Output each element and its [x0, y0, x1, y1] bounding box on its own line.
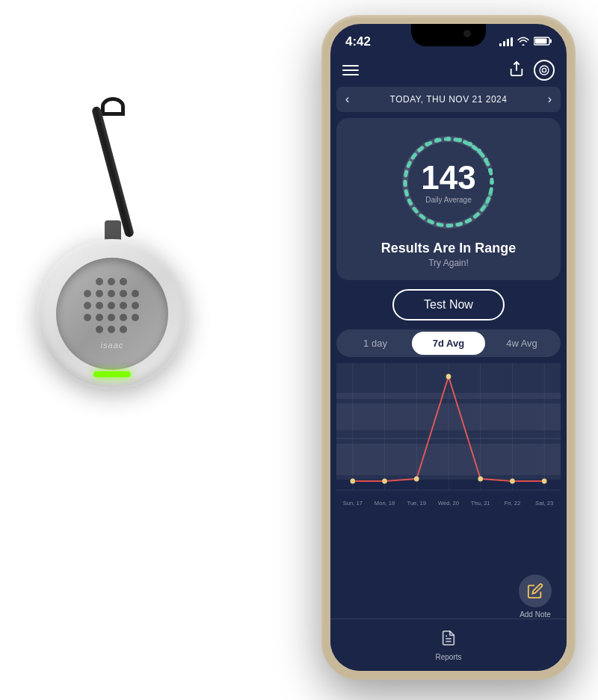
svg-point-31: [435, 138, 440, 143]
reports-icon: [440, 630, 457, 650]
device-inner: isaac: [56, 258, 168, 370]
gauge-container: 143 Daily Average: [396, 130, 501, 235]
tab-7d-avg[interactable]: 7d Avg: [412, 332, 485, 355]
isaac-device: isaac: [22, 164, 202, 463]
dots-pattern: [84, 278, 141, 335]
svg-point-17: [477, 211, 481, 216]
chart-area: Sun, 17 Mon, 18 Tue, 19 Wed, 20 Thu, 21 …: [336, 363, 561, 512]
add-note-label: Add Note: [520, 610, 551, 619]
svg-point-21: [435, 223, 440, 227]
svg-text:Fri, 22: Fri, 22: [505, 500, 521, 507]
result-subtitle: Try Again!: [428, 258, 469, 268]
svg-point-18: [468, 218, 472, 223]
date-next-button[interactable]: ›: [548, 93, 552, 106]
device-green-light: [93, 371, 131, 377]
menu-button[interactable]: [342, 65, 359, 75]
strap-loop: [101, 97, 125, 116]
result-title: Results Are In Range: [381, 241, 516, 256]
header-right-icons: [508, 60, 555, 81]
svg-point-29: [416, 149, 420, 153]
svg-point-19: [457, 223, 462, 227]
svg-point-5: [542, 68, 546, 72]
svg-point-14: [490, 180, 494, 185]
add-note-button[interactable]: Add Note: [519, 574, 552, 619]
svg-point-30: [425, 142, 429, 146]
gauge-daily-label: Daily Average: [421, 196, 475, 204]
tab-4w-avg[interactable]: 4w Avg: [485, 332, 558, 355]
svg-text:Thu, 21: Thu, 21: [471, 500, 490, 507]
wifi-icon: [517, 37, 529, 48]
svg-point-9: [457, 138, 462, 143]
svg-point-15: [488, 192, 493, 196]
date-display: TODAY, THU NOV 21 2024: [390, 94, 508, 105]
hamburger-line-2: [342, 69, 359, 71]
hamburger-line-1: [342, 65, 359, 66]
status-icons: [499, 37, 552, 48]
nav-reports-label: Reports: [435, 653, 461, 661]
svg-point-4: [540, 66, 549, 75]
svg-point-22: [425, 218, 429, 223]
phone: 4:42: [321, 15, 576, 680]
svg-text:Mon, 18: Mon, 18: [374, 500, 395, 507]
bottom-nav: Reports: [330, 619, 567, 671]
scan-icon[interactable]: [534, 60, 555, 81]
test-now-button[interactable]: Test Now: [392, 289, 505, 320]
nav-reports[interactable]: Reports: [435, 630, 461, 661]
camera-dot: [463, 30, 471, 37]
svg-text:Sat, 23: Sat, 23: [535, 500, 553, 507]
scene: isaac 4:42: [0, 0, 598, 700]
status-time: 4:42: [345, 34, 371, 49]
svg-rect-2: [535, 39, 547, 44]
svg-point-27: [404, 168, 409, 173]
share-icon[interactable]: [508, 61, 525, 81]
svg-text:Tue, 19: Tue, 19: [407, 500, 426, 507]
svg-point-13: [488, 168, 493, 173]
svg-point-23: [416, 211, 420, 216]
device-strap: [97, 105, 127, 254]
svg-text:Sun, 17: Sun, 17: [343, 500, 363, 507]
hamburger-line-3: [342, 74, 359, 75]
svg-point-11: [477, 149, 481, 153]
device-brand-label: isaac: [101, 341, 124, 350]
time-tabs: 1 day 7d Avg 4w Avg: [336, 329, 561, 357]
svg-point-25: [404, 192, 409, 196]
svg-point-20: [446, 224, 451, 229]
date-prev-button[interactable]: ‹: [345, 93, 349, 106]
device-body: isaac: [37, 239, 187, 388]
svg-rect-1: [550, 40, 552, 43]
test-now-button-container: Test Now: [336, 289, 561, 320]
app-header: [330, 54, 567, 87]
phone-screen: 4:42: [330, 24, 567, 671]
gauge-value: 143: [421, 161, 475, 194]
svg-point-12: [484, 158, 488, 162]
add-note-icon-circle: [519, 574, 552, 607]
battery-icon: [534, 37, 552, 47]
tab-1day[interactable]: 1 day: [339, 332, 412, 355]
svg-point-26: [403, 180, 407, 185]
gauge-center: 143 Daily Average: [421, 161, 475, 204]
svg-point-24: [409, 202, 413, 207]
svg-point-16: [484, 202, 488, 207]
date-nav: ‹ TODAY, THU NOV 21 2024 ›: [336, 87, 561, 112]
strap-line: [91, 106, 135, 238]
svg-point-8: [446, 137, 451, 141]
signal-icon: [499, 37, 513, 46]
svg-point-10: [468, 142, 472, 146]
gauge-card: 143 Daily Average Results Are In Range T…: [336, 118, 561, 280]
phone-notch: [411, 24, 486, 46]
svg-text:Wed, 20: Wed, 20: [438, 500, 460, 507]
svg-point-28: [409, 158, 413, 162]
